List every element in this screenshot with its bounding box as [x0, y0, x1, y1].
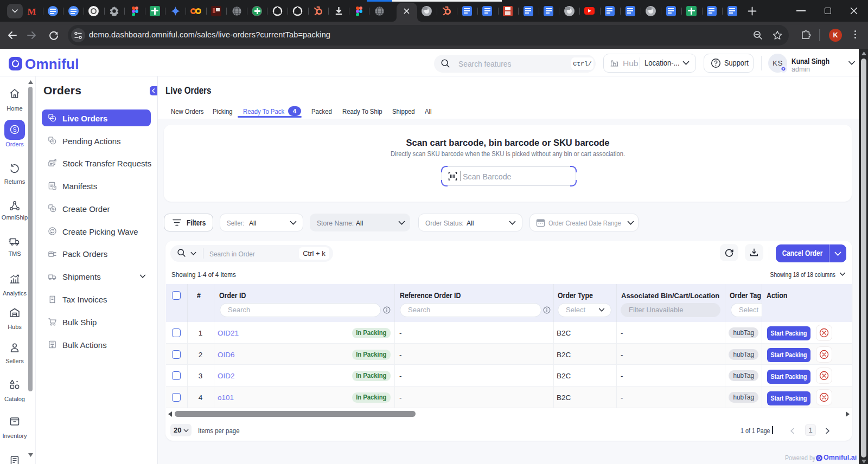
svg-text:S: S	[12, 126, 16, 133]
